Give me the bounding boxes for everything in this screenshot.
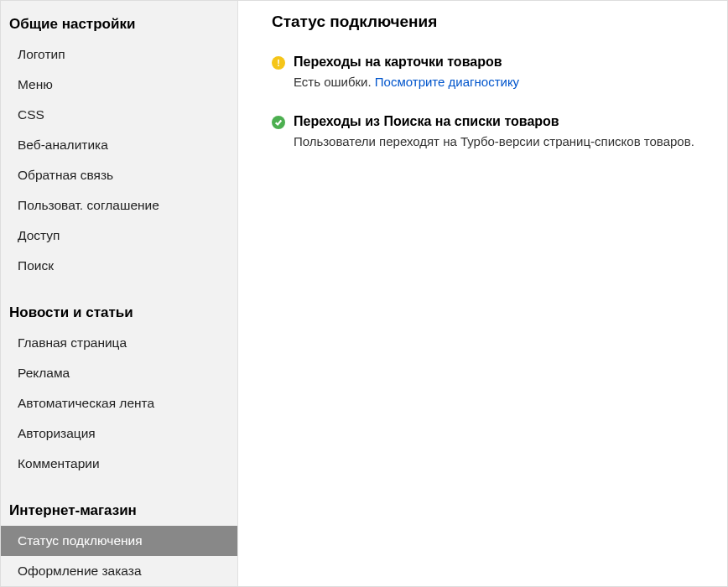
sidebar-item-menu[interactable]: Меню: [1, 70, 237, 100]
sidebar-section-shop: Интернет-магазин: [1, 494, 237, 526]
sidebar-item-css[interactable]: CSS: [1, 100, 237, 130]
status-description: Есть ошибки. Посмотрите диагностику: [294, 75, 727, 89]
success-icon: [272, 116, 285, 129]
sidebar-item-web-analytics[interactable]: Веб-аналитика: [1, 130, 237, 160]
status-description: Пользователи переходят на Турбо-версии с…: [294, 134, 727, 148]
sidebar-item-authorization[interactable]: Авторизация: [1, 418, 237, 449]
status-block-search-lists: Переходы из Поиска на списки товаров Пол…: [272, 114, 727, 148]
status-desc-text: Пользователи переходят на Турбо-версии с…: [294, 134, 694, 148]
sidebar-item-access[interactable]: Доступ: [1, 221, 237, 251]
sidebar-item-user-agreement[interactable]: Пользоват. соглашение: [1, 190, 237, 221]
status-title: Переходы из Поиска на списки товаров: [294, 114, 559, 129]
diagnostics-link[interactable]: Посмотрите диагностику: [375, 75, 519, 89]
sidebar-item-checkout[interactable]: Оформление заказа: [1, 556, 237, 586]
sidebar-item-main-page[interactable]: Главная страница: [1, 328, 237, 358]
sidebar-item-connection-status[interactable]: Статус подключения: [1, 526, 237, 556]
sidebar-item-search[interactable]: Поиск: [1, 251, 237, 281]
page-title: Статус подключения: [272, 13, 727, 31]
status-title: Переходы на карточки товаров: [294, 55, 502, 70]
sidebar-item-auto-feed[interactable]: Автоматическая лента: [1, 388, 237, 418]
sidebar-item-ads[interactable]: Реклама: [1, 358, 237, 388]
sidebar-item-comments[interactable]: Комментарии: [1, 449, 237, 479]
sidebar-item-feedback[interactable]: Обратная связь: [1, 160, 237, 190]
status-desc-text: Есть ошибки.: [294, 75, 375, 89]
status-block-product-cards: Переходы на карточки товаров Есть ошибки…: [272, 55, 727, 89]
sidebar-item-logo[interactable]: Логотип: [1, 39, 237, 70]
sidebar-section-general: Общие настройки: [1, 8, 237, 39]
sidebar-section-news: Новости и статьи: [1, 296, 237, 328]
warning-icon: [272, 56, 285, 70]
main-content: Статус подключения Переходы на карточки …: [238, 1, 727, 586]
sidebar: Общие настройки Логотип Меню CSS Веб-ана…: [1, 1, 238, 586]
